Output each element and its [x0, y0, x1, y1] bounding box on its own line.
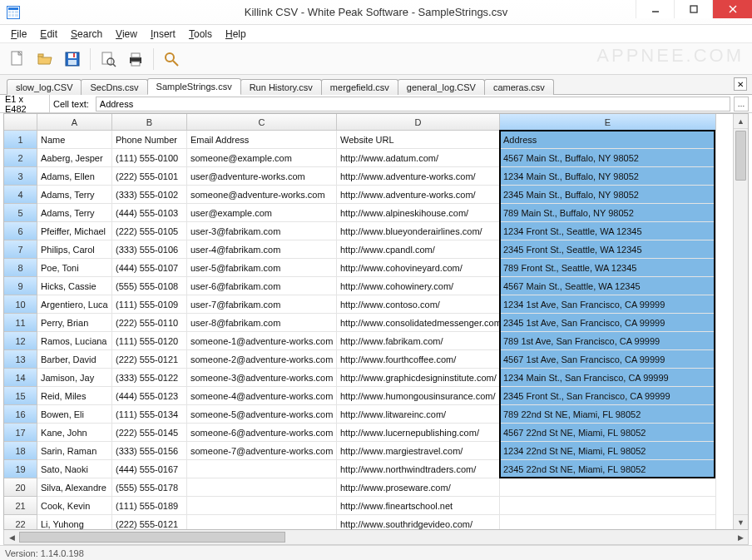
cell[interactable]: someone-3@adventure-works.com	[187, 369, 337, 387]
cell[interactable]: http://www.margiestravel.com/	[337, 442, 500, 460]
file-tab[interactable]: slow_log.CSV	[7, 79, 82, 95]
cell[interactable]	[187, 515, 337, 530]
cell[interactable]: Barber, David	[37, 350, 112, 369]
cell[interactable]: user@example.com	[187, 204, 337, 222]
cell[interactable]: 4567 22nd St NE, Miami, FL 98052	[500, 424, 716, 442]
row-header[interactable]: 7	[4, 240, 37, 259]
save-button[interactable]	[60, 47, 85, 72]
cell[interactable]: (555) 555-0108	[112, 277, 187, 295]
cell[interactable]: Ramos, Luciana	[37, 332, 112, 350]
menu-tools[interactable]: Tools	[183, 27, 218, 42]
cell[interactable]: someone-6@adventure-works.com	[187, 424, 337, 442]
hscroll-thumb[interactable]	[19, 532, 285, 543]
cell[interactable]: (222) 555-0121	[112, 350, 187, 369]
cell[interactable]: http://www.humongousinsurance.com/	[337, 387, 500, 405]
row-header[interactable]: 5	[4, 204, 37, 222]
row-header[interactable]: 10	[4, 295, 37, 314]
cell[interactable]: Argentiero, Luca	[37, 295, 112, 314]
cell[interactable]: http://www.fabrikam.com/	[337, 332, 500, 350]
cell[interactable]: Phone Number	[112, 131, 187, 149]
cell[interactable]: (222) 555-0101	[112, 167, 187, 186]
cell-text-expand-button[interactable]: …	[734, 97, 749, 112]
scroll-down-icon[interactable]: ▼	[734, 514, 748, 529]
cell[interactable]: 4567 1st Ave, San Francisco, CA 99999	[500, 350, 716, 369]
row-header[interactable]: 9	[4, 277, 37, 295]
cell[interactable]: http://www.southridgevideo.com/	[337, 515, 500, 530]
menu-help[interactable]: Help	[220, 27, 252, 42]
file-tab[interactable]: Run History.csv	[240, 79, 322, 95]
file-tab[interactable]: SampleStrings.csv	[147, 78, 241, 95]
cell[interactable]: 1234 22nd St NE, Miami, FL 98052	[500, 442, 716, 460]
cell-text-input[interactable]	[96, 97, 730, 112]
cell[interactable]: someone-2@adventure-works.com	[187, 350, 337, 369]
cell[interactable]: Kane, John	[37, 424, 112, 442]
row-header[interactable]: 15	[4, 387, 37, 405]
find-button[interactable]	[159, 47, 184, 72]
cell[interactable]: 2345 22nd St NE, Miami, FL 98052	[500, 460, 716, 478]
cell[interactable]: someone-7@adventure-works.com	[187, 442, 337, 460]
cell[interactable]: (444) 555-0123	[112, 387, 187, 405]
file-tab[interactable]: mergefield.csv	[321, 79, 398, 95]
cell[interactable]: Website URL	[337, 131, 500, 149]
column-header[interactable]: E	[500, 114, 716, 131]
row-header[interactable]: 2	[4, 149, 37, 167]
cell[interactable]: http://www.adventure-works.com/	[337, 186, 500, 204]
cell[interactable]: (222) 555-0121	[112, 515, 187, 530]
open-file-button[interactable]	[32, 47, 57, 72]
cell[interactable]: 1234 Main St., Buffalo, NY 98052	[500, 167, 716, 186]
column-header[interactable]: B	[112, 114, 187, 131]
cell[interactable]: 1234 Front St., Seattle, WA 12345	[500, 222, 716, 240]
file-tab[interactable]: SecDns.csv	[81, 79, 147, 95]
cell[interactable]: Silva, Alexandre	[37, 478, 112, 497]
cell[interactable]: 4567 Main St., Seattle, WA 12345	[500, 277, 716, 295]
row-header[interactable]: 11	[4, 314, 37, 332]
maximize-button[interactable]	[674, 0, 712, 18]
cell[interactable]: http://www.cpandl.com/	[337, 240, 500, 259]
cell[interactable]: Name	[37, 131, 112, 149]
cell[interactable]: (444) 555-0107	[112, 259, 187, 277]
cell[interactable]: (555) 555-0178	[112, 478, 187, 497]
row-header[interactable]: 13	[4, 350, 37, 369]
cell[interactable]: 1234 1st Ave, San Francisco, CA 99999	[500, 295, 716, 314]
cell[interactable]: Reid, Miles	[37, 387, 112, 405]
cell[interactable]: 2345 Front St., Seattle, WA 12345	[500, 240, 716, 259]
column-header[interactable]: A	[37, 114, 112, 131]
cell[interactable]: (222) 555-0145	[112, 424, 187, 442]
row-header[interactable]: 16	[4, 405, 37, 424]
cell[interactable]: (111) 555-0120	[112, 332, 187, 350]
new-file-button[interactable]	[5, 47, 30, 72]
cell[interactable]: Address	[500, 131, 716, 149]
row-header[interactable]: 21	[4, 497, 37, 515]
cell[interactable]: (111) 555-0100	[112, 149, 187, 167]
row-header[interactable]: 1	[4, 131, 37, 149]
cell[interactable]: http://www.adatum.com/	[337, 149, 500, 167]
cell[interactable]: someone@adventure-works.com	[187, 186, 337, 204]
column-header[interactable]: D	[337, 114, 500, 131]
close-button[interactable]	[712, 0, 752, 18]
cell[interactable]: 1234 Main St., San Francisco, CA 99999	[500, 369, 716, 387]
cell[interactable]: http://www.fourthcoffee.com/	[337, 350, 500, 369]
row-header[interactable]: 22	[4, 515, 37, 530]
cell[interactable]: Aaberg, Jesper	[37, 149, 112, 167]
cell[interactable]: Adams, Ellen	[37, 167, 112, 186]
horizontal-scrollbar[interactable]: ◀ ▶	[3, 530, 749, 545]
cell[interactable]: 2345 Front St., San Francisco, CA 99999	[500, 387, 716, 405]
menu-edit[interactable]: Edit	[34, 27, 63, 42]
cell[interactable]: Perry, Brian	[37, 314, 112, 332]
menu-view[interactable]: View	[110, 27, 143, 42]
cell[interactable]: 789 Front St., Seattle, WA 12345	[500, 259, 716, 277]
cell[interactable]: http://www.northwindtraders.com/	[337, 460, 500, 478]
cell[interactable]: http://www.adventure-works.com/	[337, 167, 500, 186]
cell[interactable]: (333) 555-0122	[112, 369, 187, 387]
cell[interactable]: user-6@fabrikam.com	[187, 277, 337, 295]
cell[interactable]: 789 Main St., Buffalo, NY 98052	[500, 204, 716, 222]
file-tab[interactable]: general_log.CSV	[398, 79, 485, 95]
row-header[interactable]: 17	[4, 424, 37, 442]
cell[interactable]: user-8@fabrikam.com	[187, 314, 337, 332]
cell[interactable]: http://www.contoso.com/	[337, 295, 500, 314]
cell[interactable]: Jamison, Jay	[37, 369, 112, 387]
row-header[interactable]: 20	[4, 478, 37, 497]
cell[interactable]: 4567 Main St., Buffalo, NY 98052	[500, 149, 716, 167]
cell[interactable]: http://www.graphicdesigninstitute.com/	[337, 369, 500, 387]
cell-range-display[interactable]: E1 x E482	[0, 95, 50, 112]
